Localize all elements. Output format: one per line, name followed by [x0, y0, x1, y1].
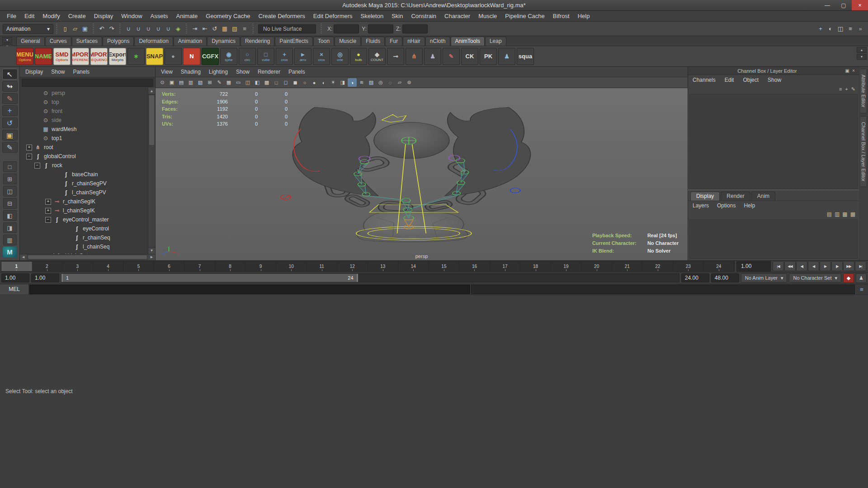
grease-pencil-icon[interactable]: ✎ [215, 78, 224, 87]
range-slider-track[interactable]: 1 24 [61, 273, 679, 282]
isolate-select-icon[interactable]: ◌ [386, 78, 395, 87]
channel-box-menu-item[interactable]: Edit [725, 77, 734, 83]
two-d-pan-zoom-icon[interactable]: ⊞ [205, 78, 214, 87]
outliner-item[interactable]: persp [20, 89, 148, 98]
expand-toggle[interactable]: − [26, 154, 32, 160]
menu-item[interactable]: Geometry Cache [202, 13, 254, 19]
timeline-frame-tick[interactable]: 13 [368, 262, 399, 271]
outliner-item[interactable]: wardMesh [20, 125, 148, 134]
toolbar-separator[interactable] [251, 23, 255, 34]
shelf-button[interactable]: ◆ COUNT [368, 48, 386, 65]
timeline-frame-tick[interactable]: 22 [642, 262, 673, 271]
timeline-frame-tick[interactable]: 1 [1, 262, 32, 271]
shelf-button[interactable]: CGFX [202, 48, 219, 65]
menu-item[interactable]: Edit Deformers [309, 13, 357, 19]
outliner-item[interactable]: − rock [20, 161, 148, 170]
bookmarks-icon[interactable]: ▥ [186, 78, 195, 87]
layer-editor-tab[interactable]: Anim [751, 192, 775, 201]
input-connections-icon[interactable]: ⇥ [190, 24, 200, 34]
panel-window-icon[interactable]: ▣ [844, 68, 850, 73]
layer-editor-menu-item[interactable]: Options [717, 202, 736, 209]
timeline-frame-tick[interactable]: 19 [551, 262, 582, 271]
soft-select-icon[interactable]: ◐ [826, 24, 835, 34]
time-slider[interactable]: 1 2 3 4 5 6 7 8 9 10 11 12 13 14 15 [1, 261, 735, 272]
shaded-icon[interactable]: ● [310, 78, 319, 87]
layer-editor-menu-item[interactable]: Layers [693, 202, 709, 209]
gate-mask-icon[interactable]: ◧ [253, 78, 262, 87]
play-backwards-button[interactable]: ◀ [808, 261, 819, 271]
select-tool[interactable]: ↖ [2, 69, 18, 80]
timeline-frame-tick[interactable]: 17 [490, 262, 521, 271]
shelf-tab[interactable]: AnimTools [451, 37, 485, 46]
go-to-end-button[interactable]: ▶| [855, 261, 866, 271]
new-layer-from-selected-icon[interactable]: ▦ [850, 211, 855, 217]
output-connections-icon[interactable]: ⇤ [200, 24, 210, 34]
shelf-tab[interactable]: nHair [403, 37, 425, 46]
toolbar-separator[interactable] [185, 23, 188, 34]
move-layer-down-icon[interactable]: ▥ [835, 211, 840, 217]
shelf-scroll-up-button[interactable]: ▴ [857, 47, 867, 53]
shelf-button[interactable]: SNAP [146, 48, 163, 65]
snap-to-curve-icon[interactable]: ∪ [133, 24, 143, 34]
range-slider-bar[interactable]: 1 24 [61, 274, 358, 282]
viewport-menu-item[interactable]: Show [236, 69, 250, 75]
outliner-item[interactable]: l_chainSeq [20, 242, 148, 251]
viewport-canvas[interactable]: Verts: 722 0 0 Edges: 1906 0 0 Faces: [156, 88, 688, 260]
outliner-item[interactable]: − eyeControl_master [20, 215, 148, 224]
close-button[interactable]: × [852, 0, 868, 10]
shelf-tab[interactable]: Fluids [361, 37, 385, 46]
channel-pencil-icon[interactable]: ✎ [851, 86, 855, 92]
snap-to-view-plane-icon[interactable]: ∪ [163, 24, 173, 34]
menu-item[interactable]: Pipeline Cache [501, 13, 548, 19]
timeline-frame-tick[interactable]: 7 [184, 262, 215, 271]
viewport-menu-item[interactable]: Lighting [209, 69, 228, 75]
scroll-down-icon[interactable]: ▼ [148, 247, 155, 254]
layer-editor-menu-item[interactable]: Help [744, 202, 755, 209]
animation-start-field[interactable]: 1.00 [1, 273, 29, 282]
shelf-button[interactable]: ⋔ [406, 48, 423, 65]
shelf-button[interactable]: ◉ sphe [220, 48, 237, 65]
timeline-frame-tick[interactable]: 23 [673, 262, 704, 271]
safe-title-icon[interactable]: ◻ [281, 78, 290, 87]
outliner-item[interactable]: baseChain [20, 170, 148, 179]
channel-box-menu-item[interactable]: Object [743, 77, 759, 83]
timeline-frame-tick[interactable]: 12 [337, 262, 368, 271]
menu-item[interactable]: Help [574, 13, 594, 19]
outliner-item[interactable]: r_chainSeq [20, 233, 148, 242]
command-input[interactable] [29, 285, 470, 294]
move-tool[interactable]: + [2, 105, 18, 116]
shelf-button[interactable]: ♟ [424, 48, 441, 65]
textured-icon[interactable]: ◐ [319, 78, 328, 87]
menu-item[interactable]: Window [117, 13, 146, 19]
outliner-item[interactable]: l_chainSegPV [20, 188, 148, 197]
new-empty-layer-icon[interactable]: ▩ [842, 211, 847, 217]
outliner-menu-item[interactable]: Panels [73, 69, 90, 75]
toolbar-separator[interactable] [118, 23, 122, 34]
snap-to-grid-icon[interactable]: ∪ [123, 24, 133, 34]
axis-input[interactable] [334, 24, 359, 33]
timeline-frame-tick[interactable]: 15 [429, 262, 460, 271]
shelf-tab[interactable]: Muscle [335, 37, 361, 46]
lock-camera-icon[interactable]: ▣ [167, 78, 176, 87]
outliner-item[interactable]: top [20, 98, 148, 107]
outliner-item[interactable]: + r_chainSegIK [20, 197, 148, 206]
shelf-button[interactable]: N [183, 48, 200, 65]
film-gate-icon[interactable]: ▭ [234, 78, 243, 87]
timeline-frame-tick[interactable]: 6 [154, 262, 185, 271]
lasso-select-tool[interactable]: ↬ [2, 81, 18, 92]
live-surface-field[interactable]: No Live Surface [258, 24, 316, 33]
open-scene-icon[interactable]: ▱ [70, 24, 80, 34]
channel-slider-speed-icon[interactable]: ≡ [839, 86, 842, 92]
grid-icon[interactable]: ▦ [224, 78, 233, 87]
shelf-button[interactable]: IMPORT REFERENCE [72, 48, 89, 65]
shadows-icon[interactable]: ◨ [338, 78, 347, 87]
go-to-start-button[interactable]: |◀ [773, 261, 784, 271]
toolbar-separator[interactable] [55, 23, 58, 34]
sidebar-vertical-tab[interactable]: Channel Box / Layer Editor [860, 116, 867, 187]
scroll-right-icon[interactable]: ▶ [148, 254, 155, 260]
auto-keyframe-button[interactable]: ◆ [843, 273, 854, 283]
shelf-tab[interactable]: Toon [313, 37, 334, 46]
channel-box-menu-item[interactable]: Show [768, 77, 781, 83]
motion-blur-icon[interactable]: ≋ [357, 78, 366, 87]
script-editor-button[interactable]: ≡ [855, 284, 868, 295]
